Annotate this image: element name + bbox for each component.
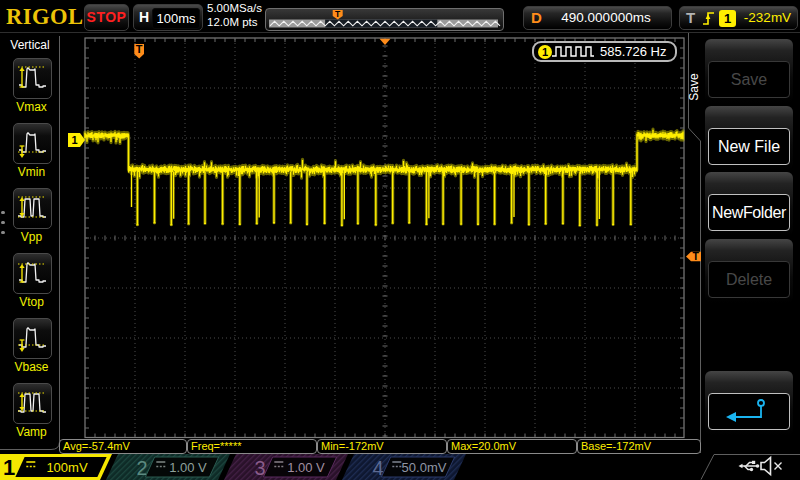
vamp-icon: [14, 384, 50, 422]
measurement-min: Min=-172mV: [317, 439, 447, 454]
sample-rate: 5.00MSa/s: [207, 2, 262, 16]
softkey-new-file[interactable]: New File: [705, 106, 793, 170]
menu-page-dots: [1, 204, 7, 241]
softkey-new-folder[interactable]: NewFolder: [705, 172, 793, 236]
return-arrow-icon: [709, 394, 789, 429]
vpp-icon: [14, 189, 50, 227]
softkey-confirm[interactable]: [705, 371, 793, 435]
channel-3-status[interactable]: 31.00 V: [224, 454, 348, 480]
channel-4-status[interactable]: 450.0mV: [342, 454, 466, 480]
channel-scale: 1.00 V: [169, 460, 207, 475]
measurement-freq: Freq=*****: [187, 439, 317, 454]
softkey-new-file-label: New File: [718, 138, 780, 155]
rigol-logo: RIGOL: [6, 4, 84, 30]
sidebar-item-vmax[interactable]: [13, 58, 52, 99]
sidebar-item-vpp-label: Vpp: [0, 230, 63, 244]
ch1-waveform-trace: [85, 130, 683, 226]
right-softkey-menu: Save Save New File NewFolder Delete: [688, 32, 800, 480]
channel-status-bar: 1100mV21.00 V31.00 V450.0mV: [0, 454, 800, 480]
freq-counter-source: 1: [538, 45, 552, 59]
sidebar-item-vtop[interactable]: [13, 253, 52, 294]
channel-1-status[interactable]: 1100mV: [0, 454, 112, 480]
trigger-source-badge: 1: [719, 10, 736, 27]
sidebar-item-vmin[interactable]: [13, 123, 52, 164]
softkey-new-folder-label: NewFolder: [712, 204, 786, 221]
sidebar-item-vpp[interactable]: [13, 188, 52, 229]
softkey-delete-label: Delete: [726, 271, 772, 288]
svg-text:T: T: [335, 9, 341, 19]
measurement-avg: Avg=-57.4mV: [59, 439, 187, 454]
run-state-label: STOP: [87, 9, 127, 25]
softkey-save-label: Save: [731, 71, 767, 88]
acquisition-info: 5.00MSa/s 12.0M pts: [207, 2, 262, 29]
oscilloscope-screen: TT1 RIGOL STOP H 100ms 5.00MSa/s 12.0M p…: [0, 0, 800, 480]
run-stop-status[interactable]: STOP: [84, 4, 129, 31]
sidebar-item-vbase[interactable]: [13, 318, 52, 359]
vtop-icon: [14, 254, 50, 292]
horizontal-label: H: [139, 5, 149, 30]
memory-waveform-icon: T: [266, 9, 501, 28]
display-grid-and-waveform: TT1: [0, 0, 800, 480]
channel-scale: 50.0mV: [402, 460, 447, 475]
square-wave-icon: [551, 43, 595, 60]
ch1-ground-marker: 1: [71, 134, 77, 146]
memory-position-bar[interactable]: T: [265, 8, 504, 31]
channel-number: 1: [3, 455, 15, 480]
softkey-delete[interactable]: Delete: [705, 239, 793, 303]
trigger-label: T: [686, 7, 695, 29]
trigger-center-indicator: [380, 39, 391, 45]
vmin-icon: [14, 124, 50, 162]
channel-scale: 1.00 V: [287, 460, 325, 475]
measure-menu-title: Vertical: [0, 38, 60, 52]
rising-edge-icon: [701, 9, 717, 27]
freq-counter-value: 585.726 Hz: [600, 43, 667, 60]
menu-tab-save-label: Save: [687, 61, 701, 113]
delay-value: 490.000000ms: [546, 7, 666, 29]
menu-tab-save: Save: [682, 58, 706, 114]
sidebar-item-vbase-label: Vbase: [0, 360, 63, 374]
memory-depth: 12.0M pts: [207, 16, 262, 30]
trigger-position-marker: T: [136, 43, 143, 55]
trigger-status[interactable]: T 1 -232mV: [679, 6, 798, 30]
sidebar-item-vamp-label: Vamp: [0, 425, 63, 439]
channel-2-status[interactable]: 21.00 V: [106, 454, 230, 480]
frequency-counter-badge: 1 585.726 Hz: [532, 41, 677, 62]
ch1-waveform-glow: [85, 129, 683, 225]
measurement-max: Max=20.0mV: [447, 439, 577, 454]
vbase-icon: [14, 319, 50, 357]
sidebar-item-vamp[interactable]: [13, 383, 52, 424]
measurement-base: Base=-172mV: [577, 439, 701, 454]
channel-scale: 100mV: [46, 460, 88, 475]
trigger-delay[interactable]: D 490.000000ms: [523, 6, 672, 30]
trigger-level-value: -232mV: [740, 7, 795, 29]
horizontal-timebase[interactable]: H 100ms: [133, 4, 203, 31]
softkey-save[interactable]: Save: [705, 39, 793, 103]
delay-label: D: [531, 7, 542, 29]
left-measure-menu: Vertical Vmax Vmin Vpp Vtop Vbase Vamp: [0, 32, 60, 451]
timebase-value: 100ms: [156, 11, 195, 26]
top-status-bar: RIGOL STOP H 100ms 5.00MSa/s 12.0M pts T…: [0, 0, 800, 33]
sidebar-item-vmin-label: Vmin: [0, 165, 63, 179]
timebase-value-box: 100ms: [152, 8, 200, 29]
sidebar-item-vtop-label: Vtop: [0, 295, 63, 309]
sidebar-item-vmax-label: Vmax: [0, 100, 63, 114]
vmax-icon: [14, 59, 50, 97]
